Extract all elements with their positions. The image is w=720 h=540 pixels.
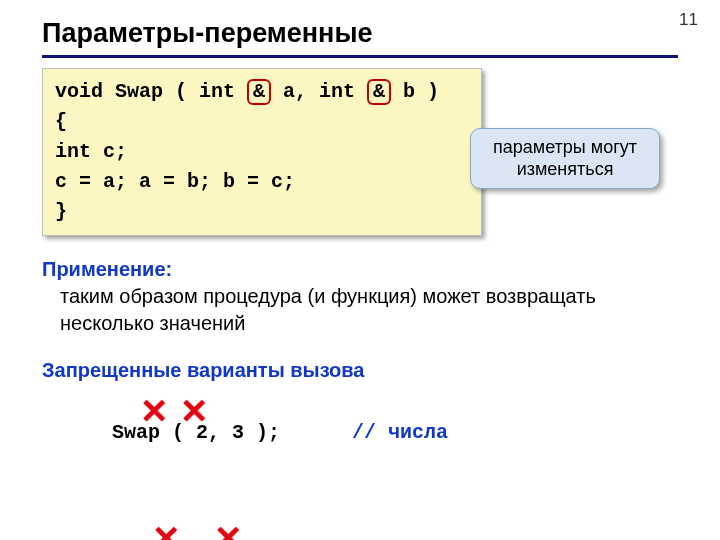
code-text: b ) <box>391 80 439 103</box>
page-number: 11 <box>679 10 698 30</box>
bad-call-row-2: Swap ( x+z, y+2 ); // выражения ✕ ✕ <box>64 523 678 540</box>
x-mark-icon: ✕ <box>214 521 242 540</box>
amp-highlight-2: & <box>367 79 391 105</box>
forbidden-lead: Запрещенные варианты вызова <box>42 359 364 381</box>
code-line-signature: void Swap ( int & a, int & b ) <box>55 77 469 107</box>
bad-calls-block: Swap ( 2, 3 ); // числа ✕ ✕ Swap ( x+z, … <box>42 398 678 540</box>
code-line: } <box>55 197 469 227</box>
usage-section: Применение: таким образом процедура (и ф… <box>42 256 678 337</box>
amp-highlight-1: & <box>247 79 271 105</box>
code-line: int c; <box>55 137 469 167</box>
code-line: { <box>55 107 469 137</box>
bad-call-row-1: Swap ( 2, 3 ); // числа ✕ ✕ <box>64 398 678 513</box>
slide-title: Параметры-переменные <box>42 18 678 58</box>
code-text: a, int <box>271 80 367 103</box>
code-line: c = a; a = b; b = c; <box>55 167 469 197</box>
forbidden-section: Запрещенные варианты вызова <box>42 357 678 384</box>
x-mark-icon: ✕ <box>152 521 180 540</box>
code-block: void Swap ( int & a, int & b ) { int c; … <box>42 68 482 236</box>
bad-call-comment: // числа <box>352 421 448 444</box>
usage-text: таким образом процедура (и функция) може… <box>42 283 678 337</box>
usage-lead: Применение: <box>42 258 172 280</box>
code-text: void Swap ( int <box>55 80 247 103</box>
bad-call-code: Swap ( 2, 3 ); <box>112 421 352 444</box>
callout-bubble: параметры могут изменяться <box>470 128 660 189</box>
